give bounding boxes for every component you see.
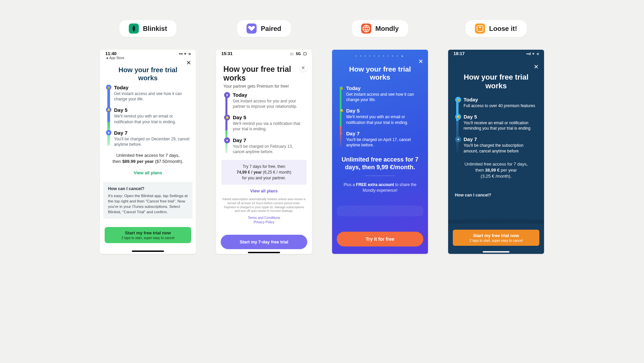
step-desc: You'll be charged the subscription amoun…	[464, 143, 537, 153]
step-title: Day 5	[114, 107, 190, 113]
step-day7: ★ Day 7 You'll be charged on April 17, c…	[346, 131, 421, 148]
step-desc: You'll be charged on February 13, cancel…	[233, 144, 305, 154]
headline: How your free trial works	[339, 65, 421, 81]
close-icon[interactable]: ✕	[418, 58, 423, 65]
extra-bold: FREE extra account	[356, 182, 394, 187]
blinkist-label: Blinkist	[119, 20, 176, 37]
step-title: Day 7	[233, 137, 305, 143]
paired-column: Paired 15:31 ::: 5G ▢ ✕ How your free tr…	[216, 20, 312, 254]
pricing-pre: then	[475, 168, 485, 173]
step-title: Today	[346, 85, 421, 91]
legal-links: Terms and Conditions Privacy Policy	[216, 216, 312, 224]
step-title: Day 7	[346, 131, 421, 136]
comparison-row: Blinkist 11:40 ••• ᯤ ▢ ◄ App Store ✕ How…	[0, 0, 644, 254]
step-desc: You'll be charged on April 17, cancel an…	[346, 137, 421, 148]
step-title: Day 5	[464, 114, 537, 120]
mondly-app-icon	[361, 24, 371, 34]
close-icon[interactable]: ✕	[299, 64, 307, 72]
step-day5: 🔔 Day 5 We'll remind you with an email o…	[114, 107, 190, 124]
view-plans-link[interactable]: View all plans	[216, 189, 312, 193]
step-day5: 🔔 Day 5 You'll receive an email or notif…	[464, 114, 537, 131]
sub-headline: Your partner gets Premium for free!	[223, 84, 305, 89]
svg-point-2	[363, 27, 370, 30]
bell-icon: 🔔	[455, 114, 461, 120]
mondly-screen: • • • • • • • • • • ● ✕ How your free tr…	[332, 50, 428, 254]
cta-label: Start my 7-day free trial	[240, 239, 288, 244]
timeline: 🔒 Today Full access to over 40 premium f…	[455, 97, 537, 154]
mondly-label: Mondly	[352, 20, 408, 37]
paired-screen: 15:31 ::: 5G ▢ ✕ How your free trial wor…	[216, 50, 312, 254]
cancel-text: It's easy: Open the Blinkist app, tap Se…	[108, 194, 187, 214]
paired-name: Paired	[261, 25, 281, 33]
step-desc: Get instant access for you and your part…	[233, 98, 305, 109]
pricing-text: Unlimited free access for 7 days, then 9…	[339, 156, 421, 171]
pricing-text: Unlimited free access for 7 days, then 3…	[458, 161, 535, 180]
cancel-heading: How can I cancel?	[108, 186, 188, 192]
start-trial-button[interactable]: Start my 7-day free trial	[221, 235, 307, 249]
pricing-pre: then	[112, 159, 122, 164]
step-day5: 🔔 Day 5 We'll remind you via a notificat…	[233, 115, 305, 132]
timeline-bar	[456, 98, 459, 152]
mondly-name: Mondly	[375, 25, 399, 33]
star-icon: ★	[224, 137, 230, 143]
status-time: 15:31	[221, 51, 232, 56]
pricing-text: Unlimited free access for 7 days, then $…	[107, 152, 189, 165]
cta-sublabel: 2 taps to start, super easy to cancel	[455, 239, 537, 242]
star-icon: ★	[106, 130, 111, 135]
step-day5: 🔔 Day 5 We'll remind you with an email o…	[346, 108, 421, 125]
view-plans-link[interactable]: View all plans	[100, 170, 196, 175]
pricing-box: Try 7 days for free, then 74,99 € / year…	[221, 160, 307, 185]
back-app-store[interactable]: ◄ App Store	[100, 56, 196, 60]
lock-icon: 🔒	[455, 97, 461, 103]
cta-label: Start my free trial now	[473, 233, 519, 238]
step-title: Today	[464, 97, 537, 102]
pricing-line3: (3,25 € /month).	[481, 174, 512, 179]
step-title: Day 7	[114, 130, 190, 136]
step-title: Day 7	[464, 136, 537, 142]
star-icon: ★	[339, 131, 344, 136]
extra-text: Plus a FREE extra account to share the M…	[341, 182, 419, 193]
step-desc: Get instant access and see how it can ch…	[114, 91, 190, 102]
home-indicator	[248, 252, 280, 253]
step-title: Day 5	[233, 115, 305, 120]
box-line3: for you and your partner.	[242, 176, 286, 180]
box-line1: Try 7 days for free, then	[243, 164, 285, 169]
close-icon[interactable]: ✕	[534, 63, 539, 71]
try-free-button[interactable]: Try it for free	[337, 232, 423, 246]
looseit-app-icon	[475, 24, 485, 34]
box-post: (6,25 € / month)	[262, 170, 291, 175]
blinkist-screen: 11:40 ••• ᯤ ▢ ◄ App Store ✕ How your fre…	[100, 50, 196, 254]
status-bar: 15:31 ::: 5G ▢	[216, 50, 312, 56]
signal-label: 5G	[296, 52, 301, 56]
pricing-line1: Unlimited free access for 7 days,	[465, 162, 528, 167]
timeline-bar	[225, 93, 227, 153]
timeline-bar	[340, 87, 341, 146]
cta-sublabel: 2 taps to start, super easy to cancel	[107, 236, 189, 240]
box-bold: 74,99 € / year	[237, 170, 262, 175]
step-desc: Get instant access and see how it can ch…	[346, 92, 421, 102]
pricing-post: ($7.50/month).	[154, 159, 183, 164]
headline: How your free trial works	[223, 65, 305, 83]
start-trial-button[interactable]: Start my free trial now 2 taps to start,…	[453, 230, 539, 246]
privacy-link[interactable]: Privacy Policy	[216, 220, 312, 224]
paired-app-icon	[247, 24, 257, 34]
step-desc: You'll be charged on December 29, cancel…	[114, 136, 190, 147]
terms-link[interactable]: Terms and Conditions	[216, 216, 312, 220]
blinkist-column: Blinkist 11:40 ••• ᯤ ▢ ◄ App Store ✕ How…	[100, 20, 196, 254]
bell-icon: 🔔	[224, 115, 230, 121]
hidden-card	[337, 206, 423, 216]
step-desc: You'll receive an email or notification …	[464, 120, 537, 131]
pricing-bold: 38,99 €	[485, 168, 499, 173]
wave-decoration	[448, 214, 544, 224]
svg-point-4	[479, 27, 481, 28]
blinkist-app-icon	[129, 24, 139, 34]
cta-label: Try it for free	[366, 236, 394, 242]
start-trial-button[interactable]: Start my free trial now 2 taps to start,…	[105, 227, 191, 243]
headline: How your free trial works	[108, 66, 188, 82]
status-indicators: ••• ᯤ ▢	[179, 52, 191, 56]
lock-icon: 🔒	[106, 85, 111, 90]
close-icon[interactable]: ✕	[186, 59, 191, 66]
timeline: ♛ Today Get instant access for you and y…	[223, 92, 305, 154]
paired-label: Paired	[237, 20, 290, 37]
step-title: Day 5	[346, 108, 421, 114]
